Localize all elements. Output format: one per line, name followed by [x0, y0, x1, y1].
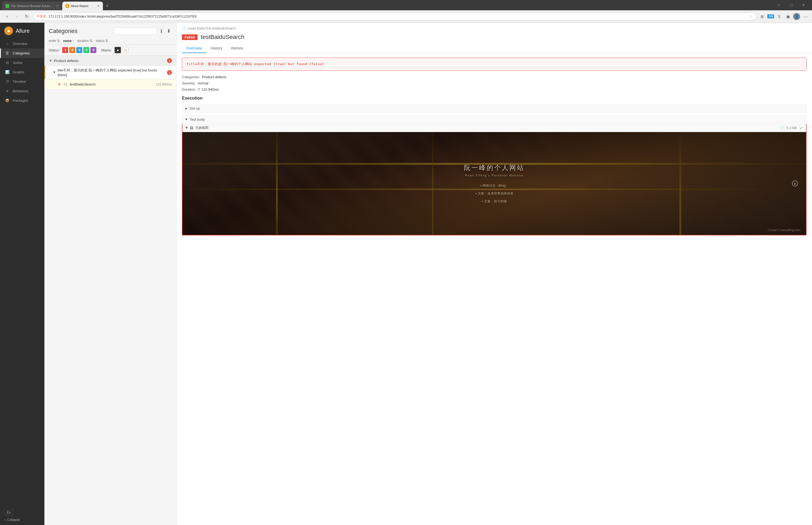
allure-favicon: A	[65, 4, 69, 8]
sidebar-item-behaviors[interactable]: ≡ Behaviors	[0, 86, 44, 96]
info-btn[interactable]: ℹ	[160, 27, 164, 35]
tab-selenium[interactable]: The Selenium Browser Automat... ×	[2, 2, 62, 10]
tab-allure[interactable]: A Allure Report ×	[62, 2, 103, 10]
error-box: title不对，显示的是:阮一峰的个人网站 expected [true] bu…	[182, 58, 807, 71]
nav-forward-btn[interactable]: ›	[13, 13, 20, 20]
browser-chrome: The Selenium Browser Automat... × A Allu…	[0, 0, 812, 10]
lang-btn[interactable]: En	[4, 510, 13, 515]
allure-tab-close[interactable]: ×	[97, 4, 100, 8]
status-badge-blue[interactable]: 0	[76, 47, 82, 53]
collapse-chevron-icon: ‹	[4, 518, 5, 522]
ext-icon-3[interactable]: ▣	[784, 13, 792, 20]
status-badge-red[interactable]: 1	[62, 47, 68, 53]
attachment-expand-icon[interactable]: ⤢	[799, 126, 803, 130]
minimize-btn[interactable]: ─	[772, 1, 785, 9]
timeline-icon: ⏱	[5, 79, 10, 84]
mark-badge-filled[interactable]: ●	[115, 47, 121, 53]
website-title: 阮一峰的个人网站	[464, 163, 525, 172]
status-badge-purple[interactable]: 0	[90, 47, 96, 53]
website-overlay: 阮一峰的个人网站 Ruan Yifeng's Personal Website …	[464, 163, 525, 204]
sidebar-item-categories[interactable]: ☰ Categories	[0, 48, 44, 58]
selenium-tab-close[interactable]: ×	[56, 4, 59, 8]
profile-icon[interactable]: 👤	[793, 13, 800, 20]
packages-icon: 📦	[5, 99, 10, 103]
nav-refresh-btn[interactable]: ↻	[23, 13, 30, 20]
collapse-btn[interactable]: ‹ Collapse	[4, 518, 20, 522]
item-label: title不对，显示的是:阮一峰的个人网站 expected [true] bu…	[58, 68, 165, 77]
breadcrumb: 📄 cases.BaiduTest.testBaiduSearch	[182, 27, 807, 30]
setup-header[interactable]: ▶ Set up	[182, 104, 807, 113]
address-bar[interactable]: 不安全 172.172.1.190:9000/index.html#catego…	[32, 13, 756, 20]
website-subtitle: Ruan Yifeng's Personal Website	[464, 174, 525, 177]
tab-retries[interactable]: Retries	[227, 44, 247, 53]
tab-overview[interactable]: Overview	[182, 44, 206, 53]
graphs-icon: 📊	[5, 70, 10, 74]
suites-label: Suites	[13, 61, 22, 65]
ext-icon-1[interactable]: ⊞	[759, 13, 766, 20]
test-name-heading: testBaiduSearch	[201, 33, 244, 41]
tab-bar: The Selenium Browser Automat... × A Allu…	[2, 0, 111, 10]
sort-name[interactable]: name ↑	[63, 39, 74, 43]
website-link-3: » 文集：前方的路	[464, 199, 525, 204]
more-btn[interactable]: ⋯	[802, 13, 809, 20]
sort-duration[interactable]: duration ⇅	[77, 39, 92, 43]
bookmark-icon[interactable]: ☆	[749, 14, 752, 19]
test-duration: 12s 940ms	[156, 82, 172, 86]
logo-icon: ◈	[4, 27, 13, 35]
setup-section: ▶ Set up	[182, 104, 807, 113]
categories-title: Categories	[49, 28, 77, 35]
screenshot-content: 阮一峰的个人网站 Ruan Yifeng's Personal Website …	[182, 132, 806, 235]
search-input[interactable]	[114, 28, 157, 35]
breadcrumb-text: cases.BaiduTest.testBaiduSearch	[187, 27, 236, 30]
failed-circle-icon: ✕	[57, 82, 61, 87]
sub-item-testbaidusearch[interactable]: ✕ #1 testBaiduSearch 12s 940ms	[44, 79, 176, 90]
security-label: 不安全	[36, 14, 46, 19]
status-badge-green[interactable]: 0	[84, 47, 89, 53]
duration-value: 12s 940ms	[202, 87, 219, 91]
extensions-bar: ⊞ ON S ▣ 👤 ⋯	[759, 13, 809, 20]
attachment-header: ▶ 🖼 失败截图 📄 5.3 MB ⤢	[182, 124, 806, 132]
sidebar-item-overview[interactable]: ⌂ Overview	[0, 39, 44, 48]
meta-severity: Severity: normal	[182, 81, 807, 85]
detail-body: title不对，显示的是:阮一峰的个人网站 expected [true] bu…	[177, 53, 812, 242]
collapse-label: Collapse	[7, 518, 20, 522]
sidebar-item-graphs[interactable]: 📊 Graphs	[0, 68, 44, 77]
tab-history[interactable]: History	[206, 44, 227, 53]
website-links: » 网络日志（Blog） » 文集：未来世界的幸存者 » 文集：前方的路	[464, 183, 525, 204]
mark-badge-warning[interactable]: ⚠	[122, 47, 129, 53]
status-badge-orange[interactable]: 0	[69, 47, 75, 53]
website-footer: Contact | ruanyifeng.com	[768, 228, 801, 232]
setup-chevron-icon: ▶	[185, 107, 187, 110]
setup-label: Set up	[190, 106, 200, 110]
ext-icon-2[interactable]: S	[776, 13, 783, 20]
sort-status[interactable]: status ⇅	[96, 39, 108, 43]
behaviors-label: Behaviors	[13, 89, 28, 93]
duration-label: Duration:	[182, 87, 196, 91]
new-tab-btn[interactable]: +	[103, 2, 111, 10]
sidebar-item-timeline[interactable]: ⏱ Timeline	[0, 77, 44, 86]
maximize-btn[interactable]: □	[785, 1, 797, 9]
tree-item-title-error[interactable]: ▶ title不对，显示的是:阮一峰的个人网站 expected [true] …	[44, 66, 176, 79]
sidebar: ◈ Allure ⌂ Overview ☰ Categories ⊟ Suite…	[0, 23, 44, 525]
sidebar-item-packages[interactable]: 📦 Packages	[0, 96, 44, 105]
timeline-label: Timeline	[13, 79, 26, 84]
collapse-attach-chevron[interactable]: ▶	[185, 127, 189, 129]
tree-group-header-product-defects[interactable]: ▶ Product defects 1	[44, 56, 176, 66]
app-layout: ◈ Allure ⌂ Overview ☰ Categories ⊟ Suite…	[0, 23, 812, 525]
sidebar-item-suites[interactable]: ⊟ Suites	[0, 58, 44, 68]
filters-row: Status: 1 0 0 0 0 Marks:	[44, 45, 176, 56]
error-message: title不对，显示的是:阮一峰的个人网站 expected [true] bu…	[186, 62, 324, 66]
download-btn[interactable]: ⬇	[166, 27, 172, 35]
detail-tabs: Overview History Retries	[182, 44, 807, 53]
close-btn[interactable]: ×	[797, 1, 810, 9]
test-body-header[interactable]: ▶ Test body	[182, 115, 807, 124]
detail-panel: 📄 cases.BaiduTest.testBaiduSearch Failed…	[177, 23, 812, 525]
ext-on-badge[interactable]: ON	[767, 14, 774, 18]
graphs-label: Graphs	[13, 70, 24, 74]
attachment-actions: 📄 5.3 MB ⤢	[780, 126, 803, 130]
nav-back-btn[interactable]: ‹	[3, 13, 11, 20]
sort-order[interactable]: order ⇅	[49, 39, 60, 43]
categories-panel: Categories ℹ ⬇ order ⇅ name ↑ duration ⇅…	[44, 23, 177, 525]
selenium-tab-label: The Selenium Browser Automat...	[11, 4, 55, 7]
test-body-label: Test body	[190, 118, 205, 121]
